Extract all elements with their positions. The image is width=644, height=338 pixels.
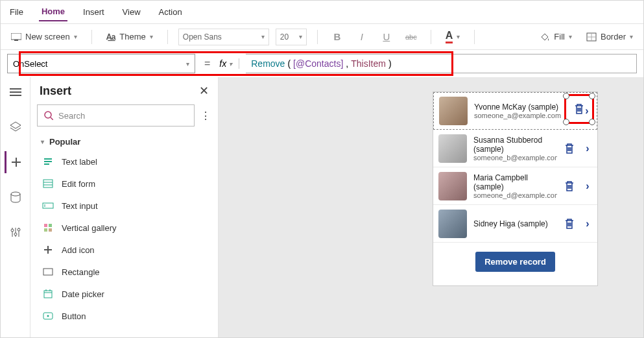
insert-button[interactable]	[5, 151, 27, 173]
svg-point-17	[45, 112, 51, 118]
insert-item-label: Text input	[62, 201, 98, 211]
avatar	[438, 210, 467, 238]
insert-title: Insert	[40, 84, 71, 98]
border-button[interactable]: Border ▾	[582, 29, 637, 44]
chevron-down-icon: ▾	[150, 33, 153, 40]
font-color-button[interactable]: A ▾	[442, 27, 464, 46]
insert-item-label: Vertical gallery	[62, 223, 117, 233]
formula-fn: Remove	[251, 58, 285, 69]
close-icon[interactable]: ✕	[199, 84, 209, 98]
avatar	[438, 172, 467, 200]
fill-button[interactable]: Fill ▾	[536, 29, 576, 44]
contact-email: someone_d@example.com	[473, 191, 557, 199]
separator	[317, 30, 318, 44]
contact-name: Maria Campbell (sample)	[473, 173, 557, 191]
svg-rect-22	[43, 180, 53, 187]
plus-icon	[42, 244, 54, 256]
contact-name: Sidney Higa (sample)	[473, 219, 557, 228]
menu-bar: File Home Insert View Action	[1, 1, 643, 24]
fx-button[interactable]: fx ▾	[219, 58, 239, 69]
insert-item-label: Text label	[62, 157, 97, 167]
trash-icon[interactable]	[564, 142, 577, 155]
italic-button[interactable]: I	[353, 31, 371, 42]
strike-button[interactable]: abc	[402, 33, 420, 41]
insert-item-input[interactable]: Text input	[30, 195, 218, 217]
svg-rect-29	[44, 228, 47, 232]
chevron-right-icon[interactable]: ›	[583, 180, 592, 192]
contact-row[interactable]: Maria Campbell (sample)someone_d@example…	[433, 167, 597, 205]
svg-point-15	[14, 233, 17, 235]
menu-insert[interactable]: Insert	[80, 3, 107, 21]
screen-icon	[11, 33, 21, 41]
canvas[interactable]: Yvonne McKay (sample)someone_a@example.c…	[219, 77, 643, 337]
menu-file[interactable]: File	[7, 3, 26, 21]
fill-label: Fill	[554, 32, 565, 42]
bold-button[interactable]: B	[328, 31, 346, 42]
insert-item-form[interactable]: Edit form	[30, 173, 218, 195]
trash-icon[interactable]	[564, 217, 577, 230]
insert-item-button[interactable]: Button	[30, 305, 218, 327]
equals-sign: =	[202, 58, 213, 69]
svg-point-14	[11, 229, 14, 232]
svg-rect-30	[49, 228, 52, 232]
insert-item-date[interactable]: Date picker	[30, 283, 218, 305]
new-screen-button[interactable]: New screen ▾	[7, 29, 81, 44]
svg-rect-25	[43, 203, 53, 208]
remove-record-button[interactable]: Remove record	[475, 252, 555, 272]
font-size-select[interactable]: 20 ▾	[276, 29, 307, 45]
chevron-down-icon: ▾	[299, 33, 302, 40]
separator	[91, 30, 92, 44]
contact-text: Yvonne McKay (sample)someone_a@example.c…	[474, 103, 576, 119]
insert-item-plus[interactable]: Add icon	[30, 239, 218, 261]
more-button[interactable]: ⋮	[200, 110, 211, 122]
menu-home[interactable]: Home	[39, 3, 67, 21]
insert-item-gallery[interactable]: Vertical gallery	[30, 217, 218, 239]
font-color-icon: A	[446, 30, 453, 43]
font-name: Open Sans	[183, 32, 222, 42]
svg-point-10	[11, 192, 20, 196]
property-select[interactable]: OnSelect ▾	[7, 54, 195, 73]
layers-button[interactable]	[5, 116, 27, 138]
chevron-down-icon: ▾	[74, 33, 77, 40]
chevron-right-icon[interactable]: ›	[583, 143, 592, 154]
contact-name: Yvonne McKay (sample)	[474, 103, 576, 112]
chevron-down-icon: ▾	[186, 60, 189, 67]
property-name: OnSelect	[13, 59, 47, 69]
menu-action[interactable]: Action	[156, 3, 185, 21]
search-placeholder: Search	[58, 111, 85, 121]
chevron-down-icon: ▾	[569, 33, 572, 40]
theme-button[interactable]: A͟a Theme ▾	[102, 29, 157, 44]
contact-row[interactable]: Susanna Stubberod (sample)someone_b@exam…	[433, 130, 597, 167]
formula-bar: OnSelect ▾ = fx ▾ Remove( [@Contacts], T…	[1, 50, 643, 77]
tree-view-button[interactable]	[5, 81, 27, 103]
font-select[interactable]: Open Sans ▾	[178, 29, 269, 45]
rect-icon	[42, 266, 54, 278]
chevron-right-icon[interactable]: ›	[583, 218, 592, 230]
border-icon	[586, 32, 597, 42]
contact-row[interactable]: Sidney Higa (sample)›	[433, 205, 597, 243]
separator	[167, 30, 168, 44]
insert-item-label: Date picker	[62, 289, 104, 299]
insert-item-rect[interactable]: Rectangle	[30, 261, 218, 283]
chevron-down-icon: ▾	[630, 33, 633, 40]
data-button[interactable]	[5, 186, 27, 208]
underline-button[interactable]: U	[377, 31, 396, 42]
date-icon	[42, 288, 54, 300]
insert-item-text[interactable]: Text label	[30, 151, 218, 173]
section-header[interactable]: ▾ Popular	[30, 130, 218, 151]
menu-view[interactable]: View	[120, 3, 143, 21]
fx-icon: fx	[219, 58, 226, 69]
formula-arg2: ThisItem	[351, 58, 386, 69]
selection-highlight	[564, 94, 594, 124]
formula-input[interactable]: Remove( [@Contacts], ThisItem )	[246, 54, 637, 73]
avatar	[438, 134, 467, 163]
trash-icon[interactable]	[564, 180, 577, 193]
settings-button[interactable]	[5, 221, 27, 243]
text-icon	[42, 156, 54, 167]
contact-row[interactable]: Yvonne McKay (sample)someone_a@example.c…	[433, 92, 597, 130]
search-input[interactable]: Search	[37, 104, 195, 127]
app-screen: Yvonne McKay (sample)someone_a@example.c…	[433, 91, 598, 286]
form-icon	[42, 178, 54, 189]
svg-rect-0	[11, 33, 21, 40]
insert-item-label: Button	[62, 311, 86, 321]
